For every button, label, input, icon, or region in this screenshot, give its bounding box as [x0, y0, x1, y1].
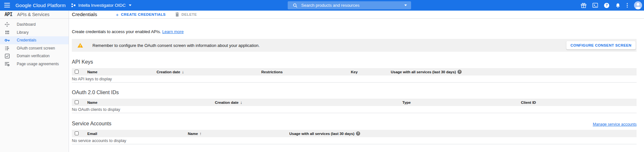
sidebar-item-library[interactable]: Library	[0, 29, 69, 37]
column-restrictions: Restrictions	[261, 68, 283, 76]
sidebar-item-page-usage-agreements[interactable]: Page usage agreements	[0, 60, 69, 68]
sidebar-item-domain-verification[interactable]: Domain verification	[0, 52, 69, 60]
warning-icon	[77, 43, 83, 48]
sidebar-header: API APIs & Services	[0, 11, 69, 19]
key-icon	[5, 39, 10, 42]
service-accounts-title: Service Accounts	[72, 121, 111, 127]
api-keys-section-header: API Keys	[72, 59, 637, 65]
api-product-icon: API	[5, 12, 12, 17]
column-client-id: Client ID	[521, 99, 536, 106]
column-creation-date[interactable]: Creation date ↓	[215, 99, 242, 106]
delete-button[interactable]: DELETE	[175, 12, 197, 17]
question-glyph: ?	[357, 132, 359, 135]
column-label: Name	[188, 132, 198, 136]
oauth-section-header: OAuth 2.0 Client IDs	[72, 90, 637, 95]
select-all-checkbox[interactable]	[75, 70, 79, 74]
dashboard-icon	[5, 22, 10, 27]
sidebar-item-label: Domain verification	[17, 54, 50, 58]
hamburger-menu-icon[interactable]	[4, 3, 10, 7]
search-input[interactable]	[301, 3, 404, 8]
service-accounts-table-header: Email Name ↑ Usage with all services (la…	[72, 130, 637, 137]
api-keys-title: API Keys	[72, 59, 93, 65]
agreements-icon	[5, 61, 10, 67]
column-name[interactable]: Name ↑	[188, 130, 202, 137]
project-icon	[72, 3, 76, 7]
sidebar-item-credentials[interactable]: Credentials	[0, 36, 69, 44]
sidebar-item-label: Library	[17, 30, 29, 35]
intro-text: Create credentials to access your enable…	[72, 29, 637, 34]
configure-consent-screen-button[interactable]: CONFIGURE CONSENT SCREEN	[566, 41, 636, 49]
banner-message: Remember to configure the OAuth consent …	[92, 43, 260, 48]
page-toolbar: Credentials + CREATE CREDENTIALS DELETE	[69, 11, 644, 19]
avatar[interactable]	[634, 1, 642, 9]
column-creation-date[interactable]: Creation date ↓	[157, 68, 184, 76]
usage-help-icon[interactable]: ?	[457, 70, 462, 74]
select-all-checkbox[interactable]	[75, 131, 79, 135]
plus-icon: +	[116, 12, 119, 17]
search-icon	[293, 3, 297, 8]
usage-help-icon[interactable]: ?	[356, 131, 360, 136]
column-label: Creation date	[215, 101, 239, 104]
sort-desc-icon[interactable]: ↓	[182, 69, 184, 74]
oauth-warning-banner: Remember to configure the OAuth consent …	[72, 39, 637, 52]
top-app-bar: Google Cloud Platform Intella Investigat…	[0, 0, 644, 11]
column-type: Type	[402, 99, 411, 106]
sidebar-item-label: Credentials	[17, 38, 36, 42]
chevron-down-icon	[129, 4, 131, 6]
free-trial-gift-icon[interactable]	[581, 3, 586, 8]
kebab-menu-icon[interactable]	[627, 3, 628, 8]
select-all-checkbox[interactable]	[75, 100, 79, 104]
column-email: Email	[87, 130, 97, 137]
sidebar-item-dashboard[interactable]: Dashboard	[0, 21, 69, 29]
oauth-table-header: Name Creation date ↓ Type Client ID	[72, 99, 637, 106]
trash-icon	[175, 12, 179, 17]
column-label: Usage with all services (last 30 days)	[391, 70, 456, 74]
domain-verification-icon	[5, 54, 10, 58]
service-accounts-section-header: Service Accounts Manage service accounts	[72, 121, 637, 127]
service-accounts-empty-message: No service accounts to display	[72, 137, 637, 144]
sort-asc-icon[interactable]: ↑	[199, 131, 202, 136]
sidebar-item-oauth-consent-screen[interactable]: OAuth consent screen	[0, 44, 69, 52]
notifications-bell-icon[interactable]	[615, 3, 620, 8]
column-label: Creation date	[157, 70, 180, 74]
sidebar-nav: Dashboard Library Credentials OAuth cons…	[0, 19, 69, 68]
column-label: Usage with all services (last 30 days)	[289, 132, 354, 136]
api-keys-table-header: Name Creation date ↓ Restrictions Key Us…	[72, 68, 637, 76]
project-selector[interactable]: Intella Investigator OIDC	[72, 0, 131, 11]
column-name: Name	[87, 68, 97, 76]
question-glyph: ?	[459, 70, 461, 73]
sort-desc-icon[interactable]: ↓	[240, 100, 243, 105]
sidebar-item-label: OAuth consent screen	[17, 46, 55, 50]
learn-more-link[interactable]: Learn more	[162, 29, 183, 34]
page-title: Credentials	[72, 12, 97, 17]
search-dropdown-caret-icon[interactable]	[404, 4, 407, 6]
sidebar-item-label: Dashboard	[17, 22, 36, 27]
oauth-consent-icon	[5, 46, 10, 51]
oauth-empty-message: No OAuth clients to display	[72, 106, 637, 113]
column-key: Key	[351, 68, 358, 76]
oauth-title: OAuth 2.0 Client IDs	[72, 90, 119, 95]
main-content: Create credentials to access your enable…	[69, 19, 644, 152]
library-icon	[5, 30, 10, 35]
gcp-logo[interactable]: Google Cloud Platform	[15, 0, 66, 11]
sidebar-item-label: Page usage agreements	[17, 62, 59, 66]
column-usage: Usage with all services (last 30 days) ?	[289, 130, 360, 137]
manage-service-accounts-link[interactable]: Manage service accounts	[593, 122, 637, 127]
question-glyph: ?	[606, 4, 608, 7]
intro-text-body: Create credentials to access your enable…	[72, 29, 162, 34]
delete-label: DELETE	[181, 13, 197, 16]
sidebar: API APIs & Services Dashboard Library Cr…	[0, 11, 69, 152]
help-icon[interactable]: ?	[604, 3, 609, 8]
topbar-actions: ?	[581, 0, 642, 11]
api-keys-empty-message: No API keys to display	[72, 76, 637, 83]
create-credentials-button[interactable]: + CREATE CREDENTIALS	[116, 12, 166, 17]
sidebar-title: APIs & Services	[17, 12, 49, 17]
cloud-shell-icon[interactable]	[592, 3, 598, 8]
project-name: Intella Investigator OIDC	[78, 3, 126, 8]
column-name: Name	[87, 99, 97, 106]
column-usage: Usage with all services (last 30 days) ?	[391, 68, 462, 76]
search-bar[interactable]	[288, 1, 411, 9]
create-credentials-label: CREATE CREDENTIALS	[121, 13, 166, 16]
